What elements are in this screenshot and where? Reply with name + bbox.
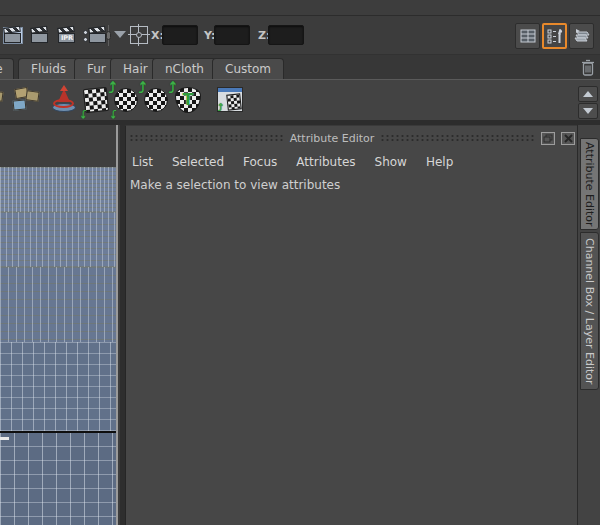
channel-box-toggle-button[interactable] xyxy=(569,23,594,49)
shelf-tab-fluids[interactable]: Fluids xyxy=(18,58,79,79)
render-current-frame-button[interactable] xyxy=(29,24,51,46)
shelf-tab-custom[interactable]: Custom xyxy=(212,58,284,79)
y-coordinate-input[interactable] xyxy=(214,25,250,45)
render-settings-icon xyxy=(89,28,107,43)
tool-settings-icon xyxy=(547,28,563,44)
poly-planes-icon[interactable] xyxy=(12,85,42,115)
drag-grip-texture[interactable] xyxy=(380,134,535,142)
sidebar-tab-strip: Attribute Editor Channel Box / Layer Edi… xyxy=(577,125,600,525)
viewport-grid-near xyxy=(0,432,116,525)
attribute-editor-titlebar[interactable]: Attribute Editor xyxy=(129,130,575,146)
arrow-up-icon xyxy=(583,91,593,97)
delete-shelf-item-button[interactable] xyxy=(578,57,598,78)
shelf-tab-partial[interactable]: e xyxy=(0,58,14,79)
menu-focus[interactable]: Focus xyxy=(243,155,277,169)
tool-settings-toggle-button[interactable] xyxy=(542,23,567,49)
close-panel-button[interactable] xyxy=(561,132,575,145)
poly-plane-partial-icon[interactable] xyxy=(0,85,6,115)
viewport-grid xyxy=(0,267,116,342)
snap-crosshair-icon[interactable] xyxy=(130,26,148,44)
spreadsheet-icon xyxy=(520,29,536,43)
shelf-tab-ncloth[interactable]: nCloth xyxy=(152,58,217,79)
ncloth-create-plane-icon[interactable]: ⤴⤴ xyxy=(83,85,113,115)
perspective-viewport[interactable] xyxy=(0,125,118,525)
menu-list[interactable]: List xyxy=(132,155,153,169)
menu-help[interactable]: Help xyxy=(426,155,453,169)
window-menu-strip xyxy=(0,0,600,16)
chevron-down-icon[interactable] xyxy=(114,31,126,38)
ipr-render-icon: IPR xyxy=(58,28,76,43)
close-icon xyxy=(564,134,573,143)
viewport-grid xyxy=(0,212,116,267)
vertical-tab-attribute-editor[interactable]: Attribute Editor xyxy=(580,138,599,230)
restore-window-icon xyxy=(543,134,553,143)
shelf-tab-bar: e Fluids Fur Hair nCloth Custom xyxy=(0,55,600,80)
toolbar-separator[interactable] xyxy=(106,25,111,46)
menu-attributes[interactable]: Attributes xyxy=(296,155,355,169)
trash-icon xyxy=(581,59,595,76)
shelf-icon-row: ⤴⤴ ⤴⤴ ⤴ T ⤴ xyxy=(0,80,600,120)
menu-selected[interactable]: Selected xyxy=(172,155,224,169)
layers-stack-icon xyxy=(573,28,590,44)
menu-show[interactable]: Show xyxy=(375,155,407,169)
vertical-tab-channel-box-layer-editor[interactable]: Channel Box / Layer Editor xyxy=(580,232,599,390)
render-view-icon xyxy=(4,28,22,43)
viewport-grid xyxy=(0,342,116,432)
attribute-editor-toggle-button[interactable] xyxy=(515,23,540,49)
ncloth-constraint-shield-icon[interactable]: T xyxy=(173,85,203,115)
ncloth-editor-window-icon[interactable]: ⤴ xyxy=(216,85,246,115)
status-line-toolbar: IPR X: Y: Z: xyxy=(0,17,600,55)
undock-panel-button[interactable] xyxy=(541,132,555,145)
grid-origin-mark xyxy=(0,437,9,440)
attribute-editor-panel: Attribute Editor List Selected Focus Att… xyxy=(125,125,577,525)
viewport-grid-far xyxy=(0,167,116,212)
shelf-scroll-down-button[interactable] xyxy=(578,103,598,119)
render-settings-button[interactable] xyxy=(83,24,105,46)
render-view-button[interactable] xyxy=(2,24,24,46)
ncloth-passive-collider-icon[interactable]: ⤴ xyxy=(143,85,173,115)
ipr-label: IPR xyxy=(59,34,75,42)
attribute-editor-menubar: List Selected Focus Attributes Show Help xyxy=(132,152,453,172)
z-coordinate-input[interactable] xyxy=(268,25,304,45)
x-coordinate-input[interactable] xyxy=(162,25,198,45)
render-current-frame-icon xyxy=(31,28,49,43)
drag-grip-texture[interactable] xyxy=(129,134,284,142)
fluid-emitter-icon[interactable] xyxy=(49,85,79,115)
arrow-down-icon xyxy=(583,108,593,114)
viewport-panel-header xyxy=(0,125,116,167)
grid-axis-line xyxy=(0,431,116,433)
shelf-scroll-up-button[interactable] xyxy=(578,86,598,102)
empty-selection-message: Make a selection to view attributes xyxy=(130,178,340,192)
panel-title: Attribute Editor xyxy=(290,132,375,145)
ipr-render-button[interactable]: IPR xyxy=(56,24,78,46)
ncloth-create-sphere-icon[interactable]: ⤴⤴ xyxy=(113,85,143,115)
